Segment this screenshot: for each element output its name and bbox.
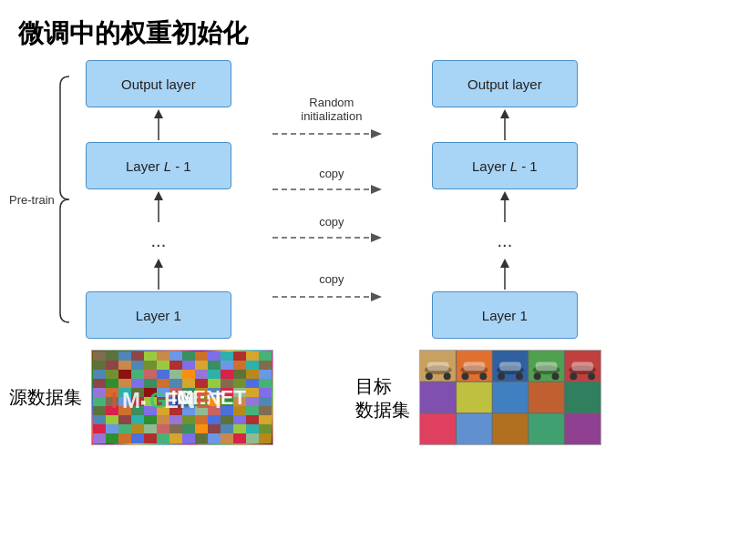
svg-rect-108 bbox=[93, 406, 106, 415]
svg-marker-9 bbox=[371, 185, 382, 194]
svg-rect-124 bbox=[118, 415, 131, 424]
svg-rect-150 bbox=[93, 433, 106, 443]
svg-rect-40 bbox=[118, 361, 131, 370]
right-arrow-2 bbox=[496, 107, 514, 142]
svg-rect-185 bbox=[457, 413, 493, 445]
left-arrow-1 bbox=[149, 189, 168, 224]
svg-rect-155 bbox=[157, 433, 169, 443]
svg-rect-204 bbox=[499, 361, 521, 371]
svg-rect-132 bbox=[221, 415, 233, 424]
svg-rect-135 bbox=[259, 415, 272, 424]
svg-rect-62 bbox=[221, 370, 233, 379]
svg-rect-48 bbox=[221, 361, 233, 370]
svg-rect-61 bbox=[208, 370, 221, 379]
right-dots: ... bbox=[498, 228, 513, 253]
svg-rect-43 bbox=[157, 361, 169, 370]
middle-connections: Randominitialization copy copy bbox=[241, 96, 423, 304]
svg-rect-140 bbox=[144, 424, 157, 433]
svg-rect-63 bbox=[233, 370, 246, 379]
svg-text:I: I bbox=[111, 388, 118, 412]
svg-rect-120 bbox=[246, 406, 259, 415]
svg-rect-142 bbox=[169, 424, 182, 433]
svg-rect-134 bbox=[246, 415, 259, 424]
svg-rect-122 bbox=[93, 415, 106, 424]
svg-rect-212 bbox=[571, 361, 593, 371]
svg-rect-160 bbox=[221, 433, 233, 443]
svg-rect-138 bbox=[118, 424, 131, 433]
svg-rect-69 bbox=[131, 379, 144, 388]
svg-rect-58 bbox=[169, 370, 182, 379]
svg-rect-158 bbox=[195, 433, 208, 443]
svg-rect-184 bbox=[420, 413, 457, 445]
svg-rect-144 bbox=[195, 424, 208, 433]
svg-rect-146 bbox=[221, 424, 233, 433]
svg-point-209 bbox=[534, 372, 541, 380]
svg-rect-180 bbox=[457, 382, 493, 413]
svg-point-213 bbox=[570, 372, 577, 380]
svg-rect-186 bbox=[492, 413, 529, 445]
random-init-label: Randominitialization bbox=[301, 96, 362, 123]
svg-rect-37 bbox=[259, 351, 272, 361]
svg-rect-182 bbox=[529, 382, 565, 413]
svg-rect-147 bbox=[233, 424, 246, 433]
left-arrow-0 bbox=[149, 257, 168, 291]
svg-rect-32 bbox=[195, 351, 208, 361]
svg-rect-33 bbox=[208, 351, 221, 361]
source-label: 源数据集 bbox=[9, 385, 82, 410]
svg-point-198 bbox=[444, 372, 451, 380]
svg-rect-29 bbox=[157, 351, 169, 361]
svg-rect-79 bbox=[259, 379, 272, 388]
svg-rect-156 bbox=[169, 433, 182, 443]
svg-rect-121 bbox=[259, 406, 272, 415]
left-network: Output layer Layer L - 1 ... bbox=[77, 60, 241, 339]
svg-rect-25 bbox=[106, 351, 118, 361]
svg-rect-60 bbox=[195, 370, 208, 379]
svg-rect-36 bbox=[246, 351, 259, 361]
svg-rect-188 bbox=[564, 413, 601, 445]
right-arrow-0 bbox=[496, 257, 514, 291]
svg-point-210 bbox=[552, 372, 560, 380]
svg-marker-13 bbox=[371, 292, 382, 301]
copy-label-3: copy bbox=[319, 272, 344, 286]
left-layerL1-box: Layer L - 1 bbox=[86, 142, 231, 189]
svg-rect-126 bbox=[144, 415, 157, 424]
svg-rect-129 bbox=[182, 415, 195, 424]
svg-point-201 bbox=[462, 372, 469, 380]
svg-rect-128 bbox=[169, 415, 182, 424]
svg-rect-145 bbox=[208, 424, 221, 433]
svg-point-197 bbox=[426, 372, 433, 380]
svg-text:E: E bbox=[196, 388, 210, 412]
svg-rect-46 bbox=[195, 361, 208, 370]
svg-rect-30 bbox=[169, 351, 182, 361]
svg-rect-54 bbox=[118, 370, 131, 379]
svg-rect-55 bbox=[131, 370, 144, 379]
svg-rect-28 bbox=[144, 351, 157, 361]
svg-rect-106 bbox=[246, 397, 259, 406]
bottom-section: 源数据集 bbox=[9, 350, 720, 445]
svg-rect-68 bbox=[118, 379, 131, 388]
svg-rect-27 bbox=[131, 351, 144, 361]
source-dataset-area: 源数据集 bbox=[9, 350, 355, 445]
target-dataset-area: 目标数据集 bbox=[355, 350, 702, 445]
svg-point-205 bbox=[498, 372, 505, 380]
svg-rect-93 bbox=[259, 388, 272, 397]
svg-marker-11 bbox=[371, 233, 382, 242]
right-layer1-box: Layer 1 bbox=[432, 291, 578, 339]
svg-rect-152 bbox=[118, 433, 131, 443]
svg-rect-53 bbox=[106, 370, 118, 379]
svg-rect-181 bbox=[492, 382, 529, 413]
svg-rect-50 bbox=[246, 361, 259, 370]
svg-text:M: M bbox=[122, 388, 140, 412]
svg-rect-149 bbox=[259, 424, 272, 433]
svg-rect-127 bbox=[157, 415, 169, 424]
svg-text:▪: ▪ bbox=[140, 393, 146, 412]
svg-text:E: E bbox=[164, 388, 179, 412]
svg-rect-153 bbox=[131, 433, 144, 443]
svg-rect-49 bbox=[233, 361, 246, 370]
svg-text:T: T bbox=[211, 388, 225, 412]
svg-rect-162 bbox=[246, 433, 259, 443]
right-layerL1-box: Layer L - 1 bbox=[432, 142, 578, 189]
left-dots: ... bbox=[151, 228, 167, 253]
svg-rect-163 bbox=[259, 433, 272, 443]
cars-image bbox=[419, 350, 601, 445]
